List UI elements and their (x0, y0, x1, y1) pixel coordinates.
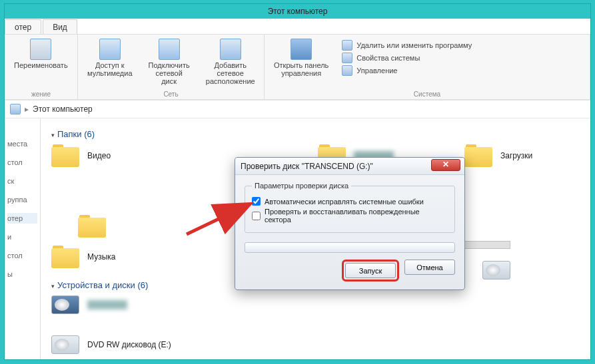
scan-sectors-checkbox[interactable] (252, 212, 261, 220)
nav-item[interactable]: ы (7, 269, 37, 279)
option-auto-fix[interactable]: Автоматически исправлять системные ошибк… (252, 197, 448, 206)
netdrive-icon (159, 39, 180, 60)
folder-music[interactable]: Музыка (51, 246, 158, 268)
ribbon: Переименовать жение Доступ к мультимедиа… (5, 35, 590, 100)
ribbon-group-network: Сеть (85, 89, 257, 98)
dialog-titlebar[interactable]: Проверить диск "TRANSCEND (G:)" ✕ (235, 158, 464, 175)
options-group-label: Параметры проверки диска (252, 182, 351, 190)
nav-pane[interactable]: места стол ск руппа отер и стол ы (5, 118, 41, 359)
addressbar[interactable]: ▸ Этот компьютер (5, 100, 590, 118)
nav-item[interactable]: руппа (7, 194, 37, 205)
computer-icon (10, 104, 21, 114)
nav-item[interactable]: стол (7, 250, 37, 261)
window-titlebar: Этот компьютер (5, 4, 590, 19)
system-properties-button[interactable]: Свойства системы (342, 53, 472, 63)
nav-item[interactable]: места (7, 138, 37, 149)
ribbon-tabstrip: отер Вид (5, 19, 590, 35)
close-button[interactable]: ✕ (431, 159, 460, 171)
folders-heading[interactable]: ▾Папки (6) (51, 129, 580, 139)
manage-button[interactable]: Управление (342, 65, 472, 76)
auto-fix-checkbox[interactable] (252, 197, 261, 206)
window-title: Этот компьютер (268, 7, 328, 16)
collapse-icon[interactable]: ▾ (51, 283, 55, 289)
uninstall-programs-button[interactable]: Удалить или изменить программу (342, 40, 472, 51)
annotation-highlight: Запуск (342, 260, 399, 281)
drive-dvd[interactable]: DVD RW дисковод (E:) (51, 335, 171, 354)
collapse-icon[interactable]: ▾ (51, 132, 55, 138)
disk-check-options: Параметры проверки диска Автоматически и… (245, 182, 455, 233)
sysprops-icon (342, 53, 352, 63)
dialog-title: Проверить диск "TRANSCEND (G:)" (241, 162, 373, 171)
close-icon: ✕ (442, 160, 449, 169)
tab-computer-partial[interactable]: отер (5, 19, 41, 34)
drive-blurred[interactable] (51, 295, 158, 314)
checkdisk-dialog: Проверить диск "TRANSCEND (G:)" ✕ Параме… (235, 157, 465, 290)
start-button[interactable]: Запуск (345, 263, 396, 278)
ribbon-group-system: Система (271, 89, 583, 98)
folder-downloads[interactable]: Загрузки (464, 144, 571, 167)
manage-icon (342, 65, 352, 76)
folder-generic[interactable] (78, 215, 185, 238)
control-panel-icon (291, 39, 312, 60)
netlocation-icon (220, 39, 241, 60)
folder-video[interactable]: Видео (51, 144, 158, 167)
chevron-right-icon: ▸ (25, 104, 29, 114)
add-netlocation-button[interactable]: Добавить сетевое расположение (203, 37, 258, 89)
dvd-icon (51, 335, 79, 354)
map-netdrive-button[interactable]: Подключить сетевой диск (146, 37, 193, 89)
media-icon (99, 39, 121, 60)
ribbon-group-label: жение (11, 89, 71, 98)
rename-icon (30, 39, 51, 60)
nav-item[interactable]: отер (7, 213, 37, 224)
media-access-button[interactable]: Доступ к мультимедиа (85, 37, 135, 89)
nav-item[interactable]: и (7, 232, 37, 242)
breadcrumb-root[interactable]: Этот компьютер (33, 104, 93, 114)
tab-view[interactable]: Вид (43, 19, 77, 34)
nav-item[interactable]: стол (7, 157, 37, 168)
nav-item[interactable]: ск (7, 176, 37, 186)
option-scan-sectors[interactable]: Проверять и восстанавливать поврежденные… (252, 208, 448, 224)
control-panel-button[interactable]: Открыть панель управления (271, 37, 331, 89)
progress-bar (245, 242, 455, 253)
hdd-icon (482, 261, 510, 279)
cancel-button[interactable]: Отмена (404, 260, 455, 275)
uninstall-icon (342, 40, 352, 51)
rename-button[interactable]: Переименовать (11, 37, 71, 89)
